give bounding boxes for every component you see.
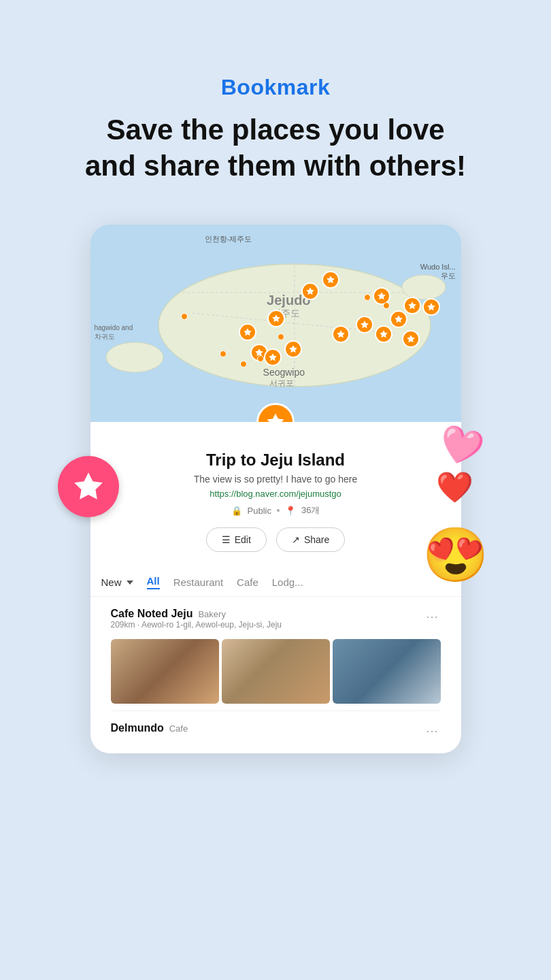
place-photo-1b bbox=[222, 639, 330, 704]
map-pin bbox=[332, 325, 350, 343]
filter-tabs: New All Restaurant Cafe Lodg... bbox=[90, 566, 461, 597]
map-dot bbox=[364, 294, 371, 301]
share-button[interactable]: ↗ Share bbox=[276, 527, 345, 552]
place-address-1: 209km · Aewol-ro 1-gil, Aewol-eup, Jeju-… bbox=[111, 620, 282, 630]
map-label-seogwipo-kr: 서귀포 bbox=[269, 378, 294, 389]
more-options-1[interactable]: ⋯ bbox=[423, 608, 441, 625]
map-pin bbox=[267, 310, 285, 327]
edit-button[interactable]: ☰ Edit bbox=[206, 527, 267, 552]
sort-dropdown[interactable]: New bbox=[101, 576, 133, 588]
map-dot bbox=[383, 302, 390, 309]
sort-label: New bbox=[101, 576, 122, 588]
place-photo-1a bbox=[111, 639, 219, 704]
chevron-down-icon bbox=[127, 581, 133, 585]
place-photos-1 bbox=[111, 639, 441, 704]
lock-icon: 🔒 bbox=[231, 506, 242, 516]
edit-icon: ☰ bbox=[222, 534, 231, 545]
place-item-2: Delmundo Cafe ⋯ bbox=[111, 711, 441, 747]
float-emoji: 😍 bbox=[422, 524, 488, 586]
svg-point-5 bbox=[106, 342, 163, 372]
map-pin bbox=[301, 282, 319, 300]
card-description: The view is so pretty! I have to go here bbox=[111, 474, 441, 485]
map-pin bbox=[390, 310, 407, 328]
place-header-1: Cafe Noted Jeju Bakery 209km · Aewol-ro … bbox=[111, 608, 441, 636]
map-label-hagwido: hagwido and차귀도 bbox=[95, 323, 133, 341]
map-pin bbox=[356, 316, 373, 333]
map-label-incheon: 인천항-제주도 bbox=[205, 234, 252, 244]
place-header-2: Delmundo Cafe ⋯ bbox=[111, 722, 441, 740]
tab-lodging[interactable]: Lodg... bbox=[272, 576, 303, 588]
float-star-badge bbox=[58, 456, 119, 517]
tab-restaurant[interactable]: Restaurant bbox=[173, 576, 223, 588]
card-actions: ☰ Edit ↗ Share bbox=[111, 527, 441, 552]
card-content: Trip to Jeju Island The view is so prett… bbox=[90, 422, 461, 753]
map-label-seogwipo-en: Seogwipo bbox=[263, 367, 305, 378]
tab-all[interactable]: All bbox=[147, 575, 160, 589]
map-area: 인천항-제주도 Wudo Isl...우도 Jejudo 제주도 Seogwip… bbox=[90, 225, 461, 422]
visibility-label: Public bbox=[248, 506, 271, 516]
location-icon: 📍 bbox=[285, 506, 296, 516]
map-pin bbox=[422, 298, 440, 316]
place-category-2: Cafe bbox=[169, 723, 188, 734]
page-label: Bookmark bbox=[221, 75, 331, 100]
place-category-1: Bakery bbox=[198, 609, 225, 619]
map-label-wudo: Wudo Isl...우도 bbox=[420, 263, 456, 281]
map-dot bbox=[257, 355, 264, 362]
map-pin bbox=[375, 325, 393, 343]
place-item-1: Cafe Noted Jeju Bakery 209km · Aewol-ro … bbox=[111, 597, 441, 711]
float-heart-red: ❤️ bbox=[436, 470, 473, 505]
map-pin bbox=[403, 297, 421, 314]
card-link[interactable]: https://blog.naver.com/jejumustgo bbox=[111, 489, 441, 499]
phone-card-wrapper: 🩷 ❤️ 😍 인천항-제주도 Wudo Isl...우도 bbox=[90, 225, 461, 753]
place-count: 36개 bbox=[301, 504, 320, 517]
place-list: Cafe Noted Jeju Bakery 209km · Aewol-ro … bbox=[111, 597, 441, 753]
page-headline: Save the places you love and share them … bbox=[44, 112, 507, 184]
place-name-row-1: Cafe Noted Jeju Bakery 209km · Aewol-ro … bbox=[111, 608, 282, 636]
map-pin bbox=[239, 323, 256, 341]
place-photo-1c bbox=[333, 639, 441, 704]
more-options-2[interactable]: ⋯ bbox=[423, 722, 441, 740]
place-name-1: Cafe Noted Jeju bbox=[111, 608, 193, 620]
map-pin bbox=[402, 330, 420, 348]
map-dot bbox=[220, 350, 227, 357]
map-dot bbox=[240, 361, 247, 368]
place-name-2: Delmundo bbox=[111, 722, 164, 734]
phone-card: 인천항-제주도 Wudo Isl...우도 Jejudo 제주도 Seogwip… bbox=[90, 225, 461, 753]
share-icon: ↗ bbox=[292, 534, 300, 545]
card-title: Trip to Jeju Island bbox=[111, 451, 441, 470]
meta-separator bbox=[277, 509, 280, 512]
map-pin bbox=[284, 340, 302, 358]
map-dot bbox=[181, 313, 188, 320]
map-dot bbox=[278, 333, 284, 340]
map-pin bbox=[322, 271, 339, 289]
tab-cafe[interactable]: Cafe bbox=[237, 576, 258, 588]
map-pin bbox=[264, 348, 282, 366]
card-meta: 🔒 Public 📍 36개 bbox=[111, 504, 441, 517]
